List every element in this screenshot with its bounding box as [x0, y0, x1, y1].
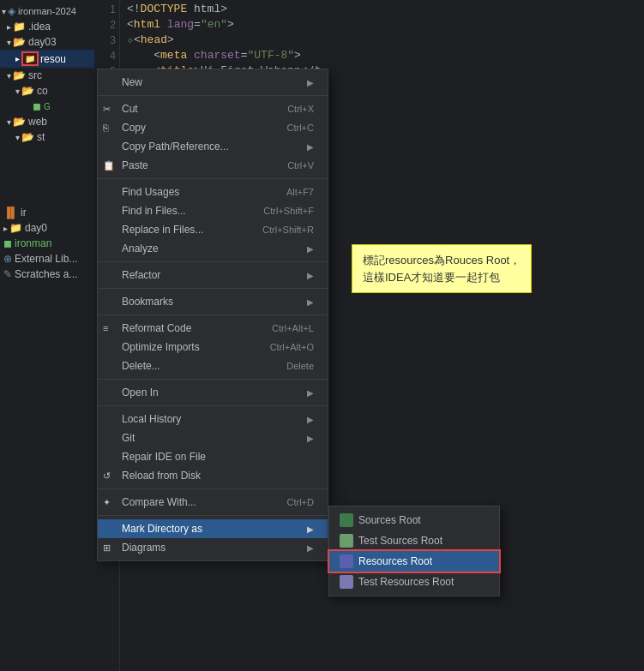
menu-item-diagrams[interactable]: ⊞ Diagrams ▶ — [98, 538, 328, 557]
menu-item-find-files[interactable]: Find in Files... Ctrl+Shift+F — [98, 201, 328, 220]
tree-scratches[interactable]: ✎ Scratches a... — [0, 267, 94, 282]
arrow-right-icon-4: ▶ — [307, 271, 314, 280]
arrow-right-icon: ▶ — [307, 78, 314, 87]
menu-reformat-label: Reformat Code — [122, 322, 191, 334]
menu-git-label: Git — [122, 432, 135, 444]
tree-extlib-label: External Lib... — [15, 253, 77, 265]
find-usages-shortcut: Alt+F7 — [286, 187, 314, 197]
menu-item-reload[interactable]: ↺ Reload from Disk — [98, 466, 328, 485]
tree-scratches-label: Scratches a... — [15, 268, 77, 280]
file-icon-co: ◼ — [33, 100, 41, 112]
submenu-test-resources[interactable]: Test Resources Root — [329, 572, 499, 592]
menu-optimize-label: Optimize Imports — [122, 341, 200, 353]
menu-item-paste[interactable]: 📋 Paste Ctrl+V — [98, 156, 328, 175]
menu-item-reformat[interactable]: ≡ Reformat Code Ctrl+Alt+L — [98, 319, 328, 338]
submenu-test-sources-label: Test Sources Root — [358, 535, 442, 547]
folder-icon-st: 📂 — [21, 131, 34, 143]
menu-item-cut[interactable]: ✂ Cut Ctrl+X — [98, 99, 328, 118]
submenu-test-sources[interactable]: Test Sources Root — [329, 530, 499, 551]
menu-diagrams-label: Diagrams — [122, 542, 166, 554]
tree-st[interactable]: ▾ 📂 st — [0, 129, 94, 145]
menu-find-files-label: Find in Files... — [122, 205, 186, 217]
menu-item-open-in[interactable]: Open In ▶ — [98, 383, 328, 402]
submenu-mark-dir: Sources Root Test Sources Root Resources… — [328, 506, 500, 596]
file-icon-ironman: ◼ — [3, 237, 12, 249]
tree-day0[interactable]: ▸ 📁 day0 — [0, 220, 94, 236]
menu-item-repair-ide[interactable]: Repair IDE on File — [98, 447, 328, 466]
tree-st-label: st — [37, 131, 45, 143]
test-resources-icon — [340, 575, 353, 589]
menu-copy-label: Copy — [122, 122, 146, 134]
code-line-1: <!DOCTYPE html> — [127, 2, 637, 17]
project-icon: ◈ — [8, 5, 15, 17]
tree-extlib[interactable]: ⊕ External Lib... — [0, 251, 94, 267]
menu-item-replace-files[interactable]: Replace in Files... Ctrl+Shift+R — [98, 220, 328, 239]
menu-item-refactor[interactable]: Refactor ▶ — [98, 266, 328, 285]
code-line-2: <html lang="en"> — [127, 17, 637, 33]
file-tree: ▾ ◈ ironman-2024 ▸ 📁 .idea ▾ 📂 day03 ▸ 📁… — [0, 0, 94, 671]
test-sources-icon — [340, 534, 353, 548]
menu-paste-label: Paste — [122, 159, 148, 171]
tooltip-line2: 這樣IDEA才知道要一起打包 — [363, 271, 500, 284]
arrow-right-icon-3: ▶ — [307, 244, 314, 254]
arrow-right-icon-9: ▶ — [307, 524, 314, 534]
arrow-right-icon-2: ▶ — [307, 142, 314, 152]
tree-co-child-label: G — [44, 102, 51, 111]
tree-ironman[interactable]: ◼ ironman — [0, 236, 94, 251]
menu-refactor-label: Refactor — [122, 269, 160, 281]
resources-root-icon — [340, 554, 353, 568]
cut-icon: ✂ — [103, 104, 111, 115]
tree-web[interactable]: ▾ 📂 web — [0, 114, 94, 129]
context-menu: New ▶ ✂ Cut Ctrl+X ⎘ Copy Ctrl+C Copy Pa… — [97, 69, 328, 561]
reformat-shortcut: Ctrl+Alt+L — [272, 323, 314, 333]
folder-icon-idea: 📁 — [13, 21, 26, 33]
annotation-tooltip: 標記resources為Rouces Root， 這樣IDEA才知道要一起打包 — [352, 244, 532, 293]
submenu-resources-root[interactable]: Resources Root — [329, 551, 499, 572]
submenu-sources-root[interactable]: Sources Root — [329, 510, 499, 530]
menu-item-delete[interactable]: Delete... Delete — [98, 356, 328, 375]
menu-item-git[interactable]: Git ▶ — [98, 428, 328, 447]
reformat-icon: ≡ — [103, 323, 108, 333]
tree-day03-label: day03 — [28, 36, 57, 48]
folder-icon-co: 📂 — [21, 85, 34, 97]
menu-item-bookmarks[interactable]: Bookmarks ▶ — [98, 292, 328, 311]
find-files-shortcut: Ctrl+Shift+F — [263, 206, 314, 216]
tree-src[interactable]: ▾ 📂 src — [0, 68, 94, 83]
arrow-right-icon-7: ▶ — [307, 415, 314, 424]
menu-reload-label: Reload from Disk — [122, 470, 201, 482]
menu-item-compare[interactable]: ✦ Compare With... Ctrl+D — [98, 493, 328, 512]
tree-idea[interactable]: ▸ 📁 .idea — [0, 19, 94, 34]
menu-find-usages-label: Find Usages — [122, 186, 179, 198]
menu-item-mark-dir[interactable]: Mark Directory as ▶ — [98, 519, 328, 538]
tree-src-label: src — [28, 69, 42, 81]
tree-co-label: co — [37, 85, 48, 97]
menu-item-copy-path[interactable]: Copy Path/Reference... ▶ — [98, 137, 328, 156]
tree-co-child[interactable]: ◼ G — [0, 99, 94, 114]
menu-item-analyze[interactable]: Analyze ▶ — [98, 239, 328, 258]
menu-item-find-usages[interactable]: Find Usages Alt+F7 — [98, 183, 328, 201]
menu-copy-path-label: Copy Path/Reference... — [122, 141, 229, 153]
tree-root[interactable]: ▾ ◈ ironman-2024 — [0, 3, 94, 19]
menu-item-local-history[interactable]: Local History ▶ — [98, 410, 328, 428]
folder-icon-web: 📂 — [13, 116, 26, 128]
menu-repair-ide-label: Repair IDE on File — [122, 451, 206, 463]
code-line-4: <meta charset="UTF-8"> — [127, 48, 637, 63]
folder-icon-day03: 📂 — [13, 36, 26, 48]
compare-shortcut: Ctrl+D — [287, 497, 314, 507]
menu-bookmarks-label: Bookmarks — [122, 296, 173, 308]
tree-co[interactable]: ▾ 📂 co — [0, 83, 94, 99]
tree-ironman-label: ironman — [15, 237, 51, 249]
tree-resou[interactable]: ▸ 📁 resou — [0, 50, 94, 68]
menu-item-optimize[interactable]: Optimize Imports Ctrl+Alt+O — [98, 338, 328, 356]
menu-sep-4 — [98, 315, 328, 315]
menu-item-copy[interactable]: ⎘ Copy Ctrl+C — [98, 118, 328, 137]
submenu-test-resources-label: Test Resources Root — [358, 576, 454, 588]
tree-idea-label: .idea — [28, 21, 51, 33]
scratches-icon: ✎ — [3, 268, 12, 280]
tree-ir[interactable]: ▐▌ ir — [0, 205, 94, 220]
code-line-3: ⬦<head> — [127, 33, 637, 48]
menu-item-new[interactable]: New ▶ — [98, 73, 328, 92]
menu-sep-6 — [98, 405, 328, 406]
tree-day03[interactable]: ▾ 📂 day03 — [0, 34, 94, 50]
paste-shortcut: Ctrl+V — [287, 160, 314, 171]
